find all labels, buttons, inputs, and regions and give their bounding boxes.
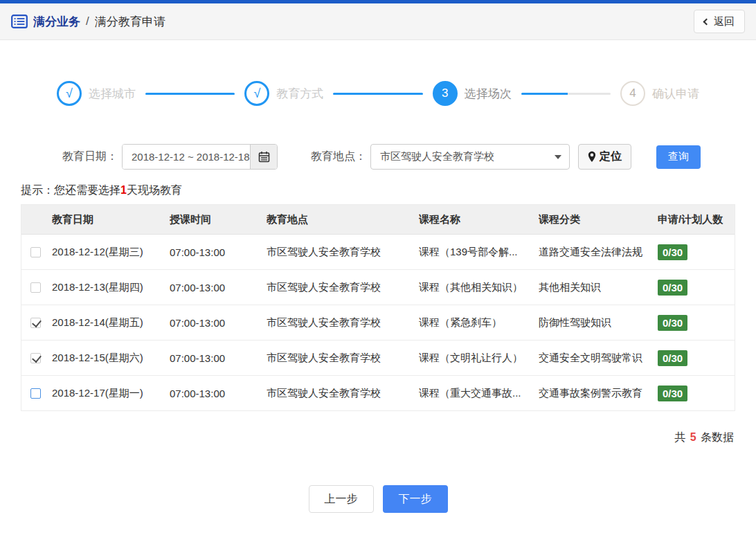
next-step-button[interactable]: 下一步 — [383, 485, 448, 513]
date-range-input[interactable] — [123, 145, 250, 169]
step-circle: 3 — [433, 81, 458, 106]
hint-days-remaining: 1 — [120, 184, 127, 196]
cell-category: 交通事故案例警示教育 — [539, 387, 658, 400]
col-header-time: 授课时间 — [170, 213, 267, 226]
cell-category: 防御性驾驶知识 — [539, 316, 658, 329]
cell-time: 07:00-13:00 — [170, 317, 267, 329]
locate-button[interactable]: 定位 — [578, 144, 631, 170]
cell-course: 课程（紧急刹车） — [419, 316, 539, 329]
locate-button-label: 定位 — [600, 149, 622, 164]
cell-time: 07:00-13:00 — [170, 388, 267, 399]
previous-step-button[interactable]: 上一步 — [309, 485, 374, 513]
session-table: 教育日期 授课时间 教育地点 课程名称 课程分类 申请/计划人数 2018-12… — [21, 204, 735, 411]
row-checkbox[interactable] — [30, 282, 41, 293]
step-circle: √ — [57, 81, 82, 106]
quota-badge: 0/30 — [658, 350, 687, 366]
step-connector — [145, 93, 235, 95]
col-header-place: 教育地点 — [267, 213, 419, 226]
step-circle: √ — [244, 81, 269, 106]
date-range-group — [122, 144, 278, 170]
cell-date: 2018-12-17(星期一) — [52, 387, 170, 400]
map-pin-icon — [588, 151, 596, 163]
step-indicator: √ 选择城市 √ 教育方式 3 选择场次 4 确认申请 — [57, 80, 699, 107]
record-count-number: 5 — [689, 431, 698, 443]
col-header-course: 课程名称 — [419, 213, 539, 226]
row-checkbox[interactable] — [30, 247, 41, 257]
header-bar: 满分业务 / 满分教育申请 返回 — [0, 3, 756, 40]
row-checkbox[interactable] — [30, 353, 41, 363]
cell-category: 其他相关知识 — [539, 281, 658, 294]
chevron-left-icon — [703, 18, 710, 25]
location-select-value[interactable]: 市区驾驶人安全教育学校 — [370, 144, 570, 170]
table-row: 2018-12-13(星期四) 07:00-13:00 市区驾驶人安全教育学校 … — [21, 270, 735, 305]
cell-place: 市区驾驶人安全教育学校 — [267, 352, 419, 365]
table-row: 2018-12-15(星期六) 07:00-13:00 市区驾驶人安全教育学校 … — [21, 341, 735, 376]
search-button[interactable]: 查询 — [656, 145, 701, 169]
calendar-icon — [258, 151, 270, 163]
step-label: 教育方式 — [276, 86, 323, 102]
filter-bar: 教育日期： 教育地点： 市区驾驶人安全教育学校 — [62, 144, 756, 170]
step-connector — [521, 93, 611, 95]
breadcrumb: 满分业务 / 满分教育申请 — [11, 14, 165, 30]
cell-place: 市区驾驶人安全教育学校 — [267, 316, 419, 329]
list-icon — [11, 15, 28, 28]
cell-category: 道路交通安全法律法规 — [539, 246, 658, 259]
step-select-city: √ 选择城市 — [57, 81, 136, 106]
step-circle: 4 — [620, 81, 645, 106]
step-education-mode: √ 教育方式 — [244, 81, 323, 106]
wizard-footer: 上一步 下一步 — [0, 485, 756, 513]
col-header-date: 教育日期 — [52, 213, 170, 226]
cell-date: 2018-12-14(星期五) — [52, 316, 170, 329]
table-header-row: 教育日期 授课时间 教育地点 课程名称 课程分类 申请/计划人数 — [21, 205, 735, 235]
cell-date: 2018-12-13(星期四) — [52, 281, 170, 294]
cell-time: 07:00-13:00 — [170, 282, 267, 293]
calendar-button[interactable] — [250, 145, 277, 169]
step-confirm-application: 4 确认申请 — [620, 81, 699, 106]
breadcrumb-separator: / — [86, 15, 89, 28]
step-label: 选择城市 — [89, 86, 136, 102]
date-label: 教育日期： — [62, 149, 118, 164]
cell-place: 市区驾驶人安全教育学校 — [267, 281, 419, 294]
cell-course: 课程（重大交通事故... — [419, 387, 539, 400]
quota-badge: 0/30 — [658, 280, 687, 296]
cell-date: 2018-12-15(星期六) — [52, 352, 170, 365]
record-count: 共 5 条数据 — [0, 430, 734, 445]
table-row: 2018-12-17(星期一) 07:00-13:00 市区驾驶人安全教育学校 … — [21, 376, 735, 411]
step-select-session: 3 选择场次 — [433, 81, 512, 106]
col-header-category: 课程分类 — [539, 213, 658, 226]
cell-date: 2018-12-12(星期三) — [52, 246, 170, 259]
step-label: 选择场次 — [465, 86, 512, 102]
row-checkbox[interactable] — [30, 388, 41, 399]
hint-text: 提示：您还需要选择1天现场教育 — [21, 183, 756, 198]
row-checkbox[interactable] — [30, 318, 41, 328]
quota-badge: 0/30 — [658, 315, 687, 331]
table-row: 2018-12-12(星期三) 07:00-13:00 市区驾驶人安全教育学校 … — [21, 235, 735, 270]
page: 满分业务 / 满分教育申请 返回 √ 选择城市 √ 教育方式 3 选择场次 4 … — [0, 0, 756, 535]
cell-time: 07:00-13:00 — [170, 246, 267, 258]
table-row: 2018-12-14(星期五) 07:00-13:00 市区驾驶人安全教育学校 … — [21, 305, 735, 341]
quota-badge: 0/30 — [658, 386, 687, 401]
col-header-quota: 申请/计划人数 — [658, 213, 735, 226]
back-button-label: 返回 — [714, 15, 735, 28]
breadcrumb-page: 满分教育申请 — [95, 14, 165, 30]
step-label: 确认申请 — [652, 86, 699, 102]
cell-course: 课程（文明礼让行人） — [419, 352, 539, 365]
location-label: 教育地点： — [311, 149, 366, 164]
quota-badge: 0/30 — [658, 244, 687, 260]
cell-place: 市区驾驶人安全教育学校 — [267, 387, 419, 400]
back-button[interactable]: 返回 — [694, 10, 745, 33]
chevron-down-icon — [555, 155, 561, 159]
cell-place: 市区驾驶人安全教育学校 — [267, 246, 419, 259]
cell-course: 课程（139号部令解... — [419, 246, 539, 259]
step-connector — [333, 93, 422, 95]
breadcrumb-section[interactable]: 满分业务 — [33, 14, 80, 30]
cell-category: 交通安全文明驾驶常识 — [539, 352, 658, 365]
location-select[interactable]: 市区驾驶人安全教育学校 — [370, 144, 570, 170]
cell-course: 课程（其他相关知识） — [419, 281, 539, 294]
cell-time: 07:00-13:00 — [170, 352, 267, 364]
